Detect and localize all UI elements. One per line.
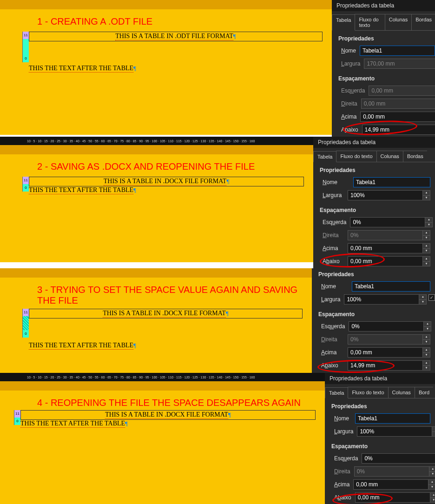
input-nome[interactable] <box>353 177 430 187</box>
section-propriedades: Propriedades <box>312 268 435 280</box>
input-nome[interactable] <box>355 413 430 424</box>
input-direita <box>361 99 435 109</box>
label-abaixo: Abaixo <box>341 126 358 133</box>
page-top-band <box>0 381 325 391</box>
label-esquerda: Esquerda <box>341 87 365 94</box>
body-paragraph[interactable]: THIS THE TEXT AFTER THE TABLE¶ <box>29 318 312 350</box>
label-acima: Acima <box>341 113 356 120</box>
spinner[interactable]: ▲▼ <box>423 360 430 371</box>
tab-bordas[interactable]: Bordas <box>411 14 435 30</box>
gutter-marker <box>22 316 29 330</box>
input-nome[interactable] <box>352 281 430 292</box>
spinner[interactable]: ▲▼ <box>423 243 430 253</box>
tab-fluxo[interactable]: Fluxo do texto <box>348 387 388 398</box>
label-esquerda: Esquerda <box>334 455 358 462</box>
table-properties-panel: Propriedades da tabela Tabela Fluxo do t… <box>313 137 435 268</box>
spinner[interactable]: ▲▼ <box>429 466 435 477</box>
tab-fluxo[interactable]: Fluxo do texto <box>355 14 385 30</box>
ruler: 10 · 5 · 10 · 15 · 20 · 25 · 30 · 35 · 4… <box>0 373 325 381</box>
table-cell[interactable]: THIS IS A TABLE IN .DOCX FILE FORMAT¶ <box>20 410 316 420</box>
spinner[interactable]: ▲▼ <box>430 492 435 503</box>
input-acima[interactable] <box>348 347 423 358</box>
tab-fluxo[interactable]: Fluxo do texto <box>336 151 376 162</box>
body-paragraph[interactable]: THIS THE TEXT AFTER THE TABLE¶ <box>29 186 313 194</box>
input-abaixo[interactable] <box>348 256 423 266</box>
body-paragraph[interactable]: THIS THE TEXT AFTER THE TABLE¶ <box>20 420 325 428</box>
section-espacamento: Espaçamento <box>332 71 435 85</box>
spinner[interactable]: ▲▼ <box>423 256 430 266</box>
table-cell[interactable]: THIS IS A TABLE IN .ODT FILE FORMAT¶ <box>29 32 323 41</box>
label-largura: Largura <box>341 60 360 67</box>
table-properties-panel: Propriedades Nome Largura ▲▼✓ Espaçament… <box>312 268 435 373</box>
spinner[interactable]: ▲▼ <box>423 230 430 240</box>
tab-colunas[interactable]: Colunas <box>376 151 403 162</box>
spinner[interactable]: ▲▼ <box>428 479 435 490</box>
checkbox-relative[interactable]: ✓ <box>428 294 435 301</box>
input-acima[interactable] <box>353 479 428 490</box>
step-title: 4 - REOPENING THE FILE THE SPACE DESAPPE… <box>0 391 325 410</box>
gutter-marker-0: 0 <box>22 55 29 62</box>
label-nome: Nome <box>321 283 348 290</box>
pilcrow-icon: ¶ <box>228 411 231 418</box>
spinner[interactable]: ▲▼ <box>423 334 430 345</box>
body-paragraph[interactable]: THIS THE TEXT AFTER THE TABLE¶ <box>29 41 332 73</box>
section-propriedades: Propriedades <box>313 162 435 176</box>
table-cell-text: THIS IS A TABLE IN .DOCX FILE FORMAT <box>103 310 226 318</box>
label-nome: Nome <box>334 415 351 422</box>
input-esquerda[interactable] <box>349 321 424 332</box>
table-properties-panel: Propriedades da tabela Tabela Fluxo do t… <box>332 0 435 137</box>
pilcrow-icon: ¶ <box>226 310 229 317</box>
table-cell[interactable]: THIS IS A TABLE IN .DOCX FILE FORMAT¶ <box>29 309 303 318</box>
spinner[interactable]: ▲▼ <box>423 190 430 200</box>
input-abaixo[interactable] <box>362 125 435 135</box>
label-nome: Nome <box>323 179 349 186</box>
gutter-fontsize: 11 <box>22 177 29 184</box>
spinner[interactable]: ▲▼ <box>419 294 427 305</box>
input-esquerda <box>369 86 435 96</box>
input-abaixo[interactable] <box>348 360 423 371</box>
spinner[interactable]: ▲▼ <box>423 347 430 358</box>
input-acima[interactable] <box>348 243 423 253</box>
tab-tabela[interactable]: Tabela <box>332 14 355 31</box>
tab-bordas[interactable]: Bord <box>415 387 433 398</box>
document-area: 10 · 5 · 10 · 15 · 20 · 25 · 30 · 35 · 4… <box>0 373 325 504</box>
label-direita: Direita <box>323 232 344 239</box>
input-nome[interactable] <box>360 46 435 56</box>
page-top-band <box>0 145 313 154</box>
input-abaixo[interactable] <box>355 492 430 503</box>
section-propriedades: Propriedades <box>325 398 435 412</box>
step-title: 2 - SAVING AS .DOCX AND REOPENING THE FI… <box>0 154 313 177</box>
label-largura: Largura <box>323 192 344 199</box>
gutter-fontsize: 11 <box>22 309 29 316</box>
pilcrow-icon: ¶ <box>233 33 236 40</box>
gutter-marker-0: 0 <box>22 184 29 192</box>
input-acima[interactable] <box>360 112 435 122</box>
pilcrow-icon: ¶ <box>125 420 128 427</box>
label-abaixo: Abaixo <box>321 362 344 369</box>
step-title: 3 - TRYING TO SET THE SPACE VALUE AGAIN … <box>0 278 312 306</box>
ruler: 10 · 5 · 10 · 15 · 20 · 25 · 30 · 35 · 4… <box>0 137 313 145</box>
tab-colunas[interactable]: Colunas <box>385 14 412 30</box>
input-largura[interactable] <box>344 294 419 305</box>
input-largura[interactable] <box>357 426 432 437</box>
section-espacamento: Espaçamento <box>313 202 435 216</box>
panel-title: Propriedades da tabela <box>332 0 435 11</box>
input-esquerda[interactable] <box>350 217 425 227</box>
input-largura[interactable] <box>348 190 423 200</box>
input-esquerda[interactable] <box>362 453 435 464</box>
spinner[interactable]: ▲▼ <box>424 321 431 332</box>
table-properties-panel: Propriedades da tabela Tabela Fluxo do t… <box>325 373 435 504</box>
tab-colunas[interactable]: Colunas <box>388 387 415 398</box>
page-top-band <box>0 0 332 9</box>
spinner[interactable]: ▲▼ <box>432 426 435 437</box>
label-acima: Acima <box>321 349 344 356</box>
spinner[interactable]: ▲▼ <box>425 217 433 227</box>
tab-tabela[interactable]: Tabela <box>325 387 348 398</box>
label-largura: Largura <box>334 428 353 435</box>
label-acima: Acima <box>334 481 349 488</box>
tab-tabela[interactable]: Tabela <box>313 151 336 162</box>
table-cell[interactable]: THIS IS A TABLE IN .DOCX FILE FORMAT¶ <box>29 177 304 186</box>
section-propriedades: Propriedades <box>332 31 435 45</box>
tab-bordas[interactable]: Bordas <box>403 151 427 162</box>
input-largura <box>364 59 435 69</box>
